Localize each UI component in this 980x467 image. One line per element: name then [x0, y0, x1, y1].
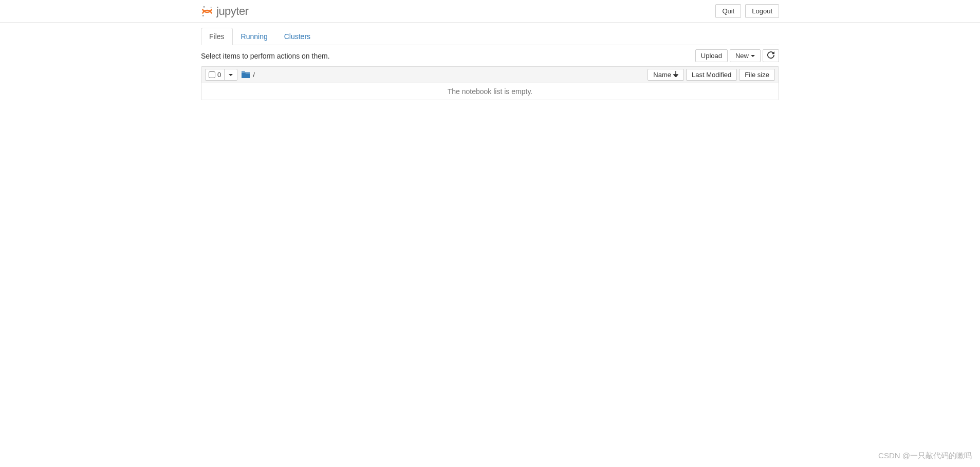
tab-files[interactable]: Files — [201, 28, 233, 45]
sort-name-button[interactable]: Name — [648, 69, 684, 81]
tab-clusters[interactable]: Clusters — [276, 28, 319, 45]
svg-point-0 — [204, 6, 205, 8]
select-all-checkbox[interactable] — [209, 71, 215, 78]
tabs: Files Running Clusters — [201, 28, 779, 45]
caret-down-icon — [229, 71, 233, 79]
tab-running[interactable]: Running — [233, 28, 276, 45]
sort-last-modified-button[interactable]: Last Modified — [686, 69, 737, 81]
list-header-right: Name Last Modified File size — [648, 69, 775, 81]
svg-point-2 — [211, 7, 212, 8]
caret-down-icon — [751, 52, 755, 60]
logout-button[interactable]: Logout — [745, 4, 779, 18]
svg-point-1 — [202, 15, 204, 16]
refresh-icon — [767, 51, 774, 60]
breadcrumb-root: / — [253, 71, 255, 79]
arrow-down-icon — [673, 71, 678, 79]
folder-icon — [242, 71, 250, 78]
select-dropdown-button[interactable] — [225, 69, 237, 80]
quit-button[interactable]: Quit — [715, 4, 741, 18]
breadcrumb[interactable]: / — [242, 71, 255, 79]
select-all-group: 0 — [205, 69, 237, 81]
header-buttons: Quit Logout — [715, 4, 779, 18]
sort-file-size-button[interactable]: File size — [739, 69, 775, 81]
header-bar: jupyter Quit Logout — [0, 0, 980, 23]
action-toolbar: Select items to perform actions on them.… — [201, 45, 779, 66]
select-count: 0 — [217, 71, 221, 79]
sort-name-label: Name — [653, 71, 671, 79]
jupyter-logo-text: jupyter — [216, 5, 249, 18]
upload-button[interactable]: Upload — [695, 49, 728, 62]
toolbar-right: Upload New — [695, 49, 779, 62]
new-button[interactable]: New — [730, 49, 761, 62]
list-header-left: 0 / — [205, 69, 255, 81]
jupyter-logo-icon — [201, 5, 213, 17]
empty-list-message: The notebook list is empty. — [201, 83, 779, 100]
new-button-label: New — [735, 52, 749, 60]
select-all-checkbox-wrap[interactable]: 0 — [206, 69, 225, 80]
action-prompt: Select items to perform actions on them. — [201, 52, 330, 60]
file-list-header: 0 / Name — [201, 66, 779, 83]
refresh-button[interactable] — [763, 49, 779, 62]
jupyter-logo[interactable]: jupyter — [201, 5, 249, 18]
